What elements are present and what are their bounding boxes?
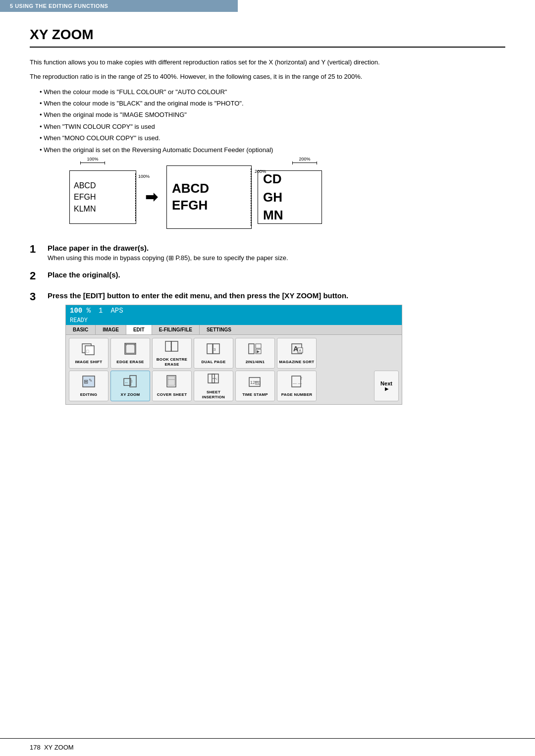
diagram-box-right: CD GH MN (258, 170, 322, 224)
footer-label: XY ZOOM (44, 744, 74, 751)
btn-magazine-sort-label: MAGAZINE SORT (279, 360, 314, 365)
svg-rect-13 (249, 344, 254, 354)
ui-status-aps: APS (110, 307, 123, 315)
svg-text:A: A (299, 348, 302, 353)
step-3-title: Press the [EDIT] button to enter the edi… (48, 291, 505, 300)
svg-text:2: 2 (300, 377, 302, 380)
ui-ready-bar: READY (66, 316, 402, 325)
step-1-number: 1 (30, 243, 48, 256)
next-arrow: ▶ (385, 386, 388, 391)
svg-rect-30 (168, 377, 175, 385)
svg-rect-10 (207, 344, 213, 354)
svg-rect-7 (165, 341, 171, 351)
bullet-list: When the colour mode is "FULL COLOUR" or… (40, 86, 505, 156)
svg-text:↔: ↔ (124, 380, 128, 385)
footer-page-num: 178 (30, 744, 41, 751)
btn-dual-page[interactable]: 3 DUAL PAGE (194, 338, 233, 369)
ruler-100-label: 100% (80, 157, 105, 164)
intro-para1: This function allows you to make copies … (30, 57, 505, 68)
tab-settings[interactable]: SETTINGS (200, 325, 238, 334)
bullet-item: When the colour mode is "BLACK" and the … (40, 98, 505, 109)
next-label: Next (380, 380, 392, 386)
editing-icon: ⊞ ✎ (81, 375, 96, 390)
ui-status-pct: 100 % (70, 307, 91, 315)
bullet-item: When the original is set on the Reversin… (40, 144, 505, 156)
page-title: XY ZOOM (30, 27, 505, 48)
page-number-icon: — — 2 (289, 375, 304, 390)
bullet-item: When "TWIN COLOUR COPY" is used (40, 121, 505, 132)
step-3-number: 3 (30, 290, 48, 303)
diagram-box-left: 100% ABCD EFGH KLMN (69, 170, 136, 224)
btn-2in1-4in1-label: 2IN1/4IN1 (246, 360, 265, 365)
btn-book-centre-erase-label: BOOK CENTRE ERASE (157, 357, 187, 367)
edge-erase-icon (123, 342, 138, 358)
box-left-content: ABCD EFGH KLMN (74, 180, 130, 215)
btn-editing-label: EDITING (80, 392, 98, 397)
inner-100-label: 100% (138, 174, 150, 179)
step-1-sub: When using this mode in bypass copying (… (48, 254, 505, 262)
tab-image[interactable]: IMAGE (96, 325, 126, 334)
ui-status-num: 1 (99, 307, 103, 315)
ui-panel: 100 % 1 APS READY BASIC IMAGE EDIT E-FIL… (65, 305, 402, 405)
bullet-item: When "MONO COLOUR COPY" is used. (40, 132, 505, 144)
dual-page-icon: 3 (206, 342, 221, 358)
btn-image-shift[interactable]: □ IMAGE SHIFT (69, 338, 108, 369)
page-footer: 178 XY ZOOM (0, 738, 535, 756)
btn-edge-erase-label: EDGE ERASE (116, 360, 144, 365)
intro-para2: The reproduction ratio is in the range o… (30, 72, 505, 82)
svg-text:□: □ (86, 349, 89, 354)
btn-magazine-sort[interactable]: A A MAGAZINE SORT (277, 338, 317, 369)
ui-status-bar: 100 % 1 APS (66, 305, 402, 316)
magazine-sort-icon: A A (289, 342, 304, 358)
svg-rect-8 (171, 341, 178, 351)
btn-cover-sheet-label: COVER SHEET (157, 392, 187, 397)
btn-2in1-4in1[interactable]: ▶ 2IN1/4IN1 (235, 338, 275, 369)
step-1: 1 Place paper in the drawer(s). When usi… (30, 244, 505, 262)
diagram-box-middle: 200% ABCD EFGH (166, 165, 252, 229)
ui-tabs: BASIC IMAGE EDIT E-FILING/FILE SETTINGS (66, 325, 402, 335)
svg-rect-14 (256, 344, 261, 348)
ui-buttons-row1: □ IMAGE SHIFT (66, 335, 402, 370)
step-2-title: Place the original(s). (48, 270, 505, 279)
2in1-4in1-icon: ▶ (248, 342, 263, 358)
tab-basic[interactable]: BASIC (66, 325, 96, 334)
btn-cover-sheet[interactable]: COVER SHEET (152, 371, 192, 401)
tab-edit[interactable]: EDIT (126, 325, 152, 334)
bullet-item: When the original mode is "IMAGE SMOOTHI… (40, 109, 505, 120)
btn-next[interactable]: Next ▶ (374, 371, 399, 401)
ui-buttons-row2: ⊞ ✎ EDITING ↔ (66, 370, 402, 404)
step-3: 3 Press the [EDIT] button to enter the e… (30, 291, 505, 405)
step-2: 2 Place the original(s). (30, 270, 505, 282)
btn-dual-page-label: DUAL PAGE (201, 360, 225, 365)
btn-xy-zoom-label: XY ZOOM (121, 392, 140, 397)
box-middle-content: ABCD EFGH (172, 180, 245, 214)
btn-time-stamp[interactable]: 12% TIME STAMP (235, 371, 275, 401)
svg-text:⊞: ⊞ (84, 378, 88, 384)
btn-edge-erase[interactable]: EDGE ERASE (110, 338, 150, 369)
btn-page-number[interactable]: — — 2 PAGE NUMBER (277, 371, 317, 401)
btn-editing[interactable]: ⊞ ✎ EDITING (69, 371, 108, 401)
svg-text:12%: 12% (250, 380, 259, 385)
svg-text:— —: — — (293, 381, 302, 385)
svg-text:3: 3 (214, 347, 216, 352)
ruler-200-label: 200% (292, 157, 317, 164)
sheet-insertion-icon: ↓ (206, 372, 221, 388)
xy-zoom-icon: ↔ ↕ (123, 375, 138, 390)
bullet-item: When the colour mode is "FULL COLOUR" or… (40, 86, 505, 98)
svg-text:✎: ✎ (89, 378, 93, 383)
svg-rect-4 (126, 344, 135, 353)
btn-book-centre-erase[interactable]: BOOK CENTRE ERASE (152, 338, 192, 369)
step-2-number: 2 (30, 270, 48, 282)
arrow-icon: ➡ (145, 188, 158, 206)
btn-sheet-insertion[interactable]: ↓ SHEET INSERTION (194, 371, 233, 401)
svg-text:↕: ↕ (131, 379, 133, 383)
tab-efiling[interactable]: E-FILING/FILE (152, 325, 200, 334)
btn-xy-zoom[interactable]: ↔ ↕ XY ZOOM (110, 371, 150, 401)
btn-image-shift-label: IMAGE SHIFT (75, 360, 103, 365)
btn-sheet-insertion-label: SHEET INSERTION (202, 390, 225, 399)
box-right-content: CD GH MN (263, 170, 317, 224)
book-centre-erase-icon (164, 339, 179, 355)
time-stamp-icon: 12% (248, 375, 263, 390)
svg-text:↓: ↓ (215, 377, 217, 381)
step-1-title: Place paper in the drawer(s). (48, 244, 505, 252)
